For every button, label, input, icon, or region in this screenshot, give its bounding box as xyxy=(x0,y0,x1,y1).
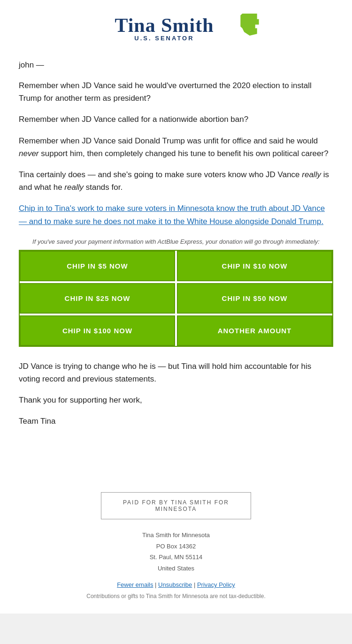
email-content: john — Remember when JD Vance said he wo… xyxy=(0,51,352,450)
country: United States xyxy=(158,565,194,572)
privacy-policy-link[interactable]: Privacy Policy xyxy=(197,581,235,588)
mn-shape-icon xyxy=(238,12,261,37)
email-wrapper: Tina Smith U.S. SENATOR john — Remember … xyxy=(0,0,352,614)
paragraph-3: Remember when JD Vance said Donald Trump… xyxy=(19,135,333,160)
donate-other-button[interactable]: ANOTHER AMOUNT xyxy=(177,315,332,346)
city-state-zip: St. Paul, MN 55114 xyxy=(150,554,203,561)
donate-25-button[interactable]: CHIP IN $25 NOW xyxy=(20,283,175,314)
footer-links: Fewer emails | Unsubscribe | Privacy Pol… xyxy=(19,581,333,588)
fewer-emails-link[interactable]: Fewer emails xyxy=(117,581,153,588)
logo-text-block: Tina Smith U.S. SENATOR xyxy=(115,14,237,42)
separator-2: | xyxy=(194,581,197,588)
paid-for-box: PAID FOR BY TINA SMITH FOR MINNESOTA xyxy=(101,492,251,519)
actblue-note: If you've saved your payment information… xyxy=(19,238,333,245)
email-footer: PAID FOR BY TINA SMITH FOR MINNESOTA Tin… xyxy=(0,487,352,614)
paragraph-1: Remember when JD Vance said he would've … xyxy=(19,79,333,105)
org-name: Tina Smith for Minnesota xyxy=(142,532,210,539)
paragraph-5: JD Vance is trying to change who he is —… xyxy=(19,360,333,385)
paragraph-thank-you: Thank you for supporting her work, xyxy=(19,394,333,406)
donate-100-button[interactable]: CHIP IN $100 NOW xyxy=(20,315,175,346)
paragraph-4: Tina certainly does — and she's going to… xyxy=(19,168,333,194)
org-info: Tina Smith for Minnesota PO Box 14362 St… xyxy=(19,530,333,574)
logo-row: Tina Smith U.S. SENATOR xyxy=(9,14,343,42)
footer-disclaimer: Contributions or gifts to Tina Smith for… xyxy=(19,593,333,599)
paragraph-2: Remember when JD Vance called for a nati… xyxy=(19,113,333,126)
greeting: john — xyxy=(19,60,333,70)
donate-5-button[interactable]: CHIP IN $5 NOW xyxy=(20,251,175,281)
spacer xyxy=(0,450,352,487)
cta-link[interactable]: Chip in to Tina's work to make sure vote… xyxy=(19,202,333,227)
email-header: Tina Smith U.S. SENATOR xyxy=(0,0,352,51)
logo-name-line: Tina Smith xyxy=(115,14,214,37)
unsubscribe-link[interactable]: Unsubscribe xyxy=(158,581,192,588)
paid-for-text: PAID FOR BY TINA SMITH FOR MINNESOTA xyxy=(123,499,229,512)
separator-1: | xyxy=(155,581,158,588)
donate-10-button[interactable]: CHIP IN $10 NOW xyxy=(177,251,332,281)
logo-smith: Smith xyxy=(156,15,214,36)
po-box: PO Box 14362 xyxy=(156,543,196,550)
donate-50-button[interactable]: CHIP IN $50 NOW xyxy=(177,283,332,314)
paragraph-team: Team Tina xyxy=(19,415,333,427)
logo-tina: Tina xyxy=(115,15,155,36)
donation-grid: CHIP IN $5 NOW CHIP IN $10 NOW CHIP IN $… xyxy=(19,250,333,347)
